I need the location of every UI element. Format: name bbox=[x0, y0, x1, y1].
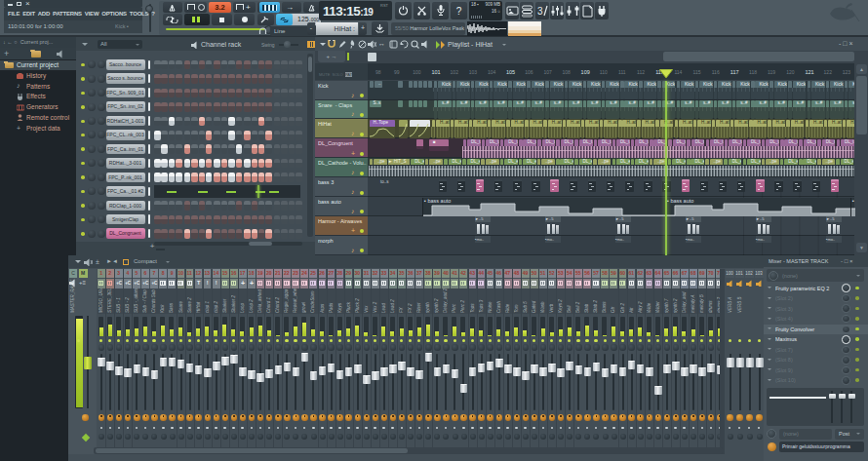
svg-text:3: 3 bbox=[537, 6, 543, 17]
